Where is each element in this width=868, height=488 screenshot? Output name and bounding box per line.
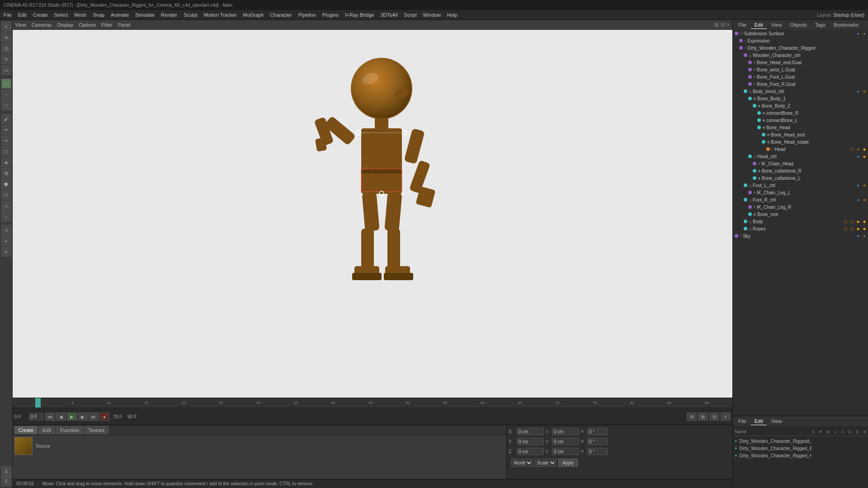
- tool-weld[interactable]: ⬟: [1, 179, 11, 189]
- menu-pipeline[interactable]: Pipeline: [298, 12, 316, 18]
- obj-bone-head-end[interactable]: ◈ Bone_Head_end: [733, 131, 868, 138]
- tool-brush[interactable]: 🖌: [1, 114, 11, 124]
- menu-select[interactable]: Select: [54, 12, 68, 18]
- obj-expression[interactable]: ○ Expression: [733, 37, 868, 44]
- tool-move[interactable]: ✛: [1, 33, 11, 42]
- tool-select[interactable]: ▭: [1, 65, 11, 75]
- menu-script[interactable]: Script: [404, 12, 417, 18]
- coord-y-size[interactable]: [552, 438, 579, 445]
- coord-x-rot[interactable]: [587, 428, 608, 435]
- obj-body-bend-ctrl[interactable]: △ Body_bend_ctrl ● ⊘: [733, 88, 868, 95]
- right-tab-bookmarks[interactable]: Bookmarks: [830, 21, 862, 28]
- menu-render[interactable]: Render: [161, 12, 177, 18]
- attr-row-0[interactable]: ● Dirty_Wooden_Character_Riggedd_Geometr…: [735, 437, 866, 445]
- tool-loop[interactable]: ○: [1, 211, 11, 221]
- next-frame-btn[interactable]: ▶: [78, 413, 88, 421]
- coord-x-pos[interactable]: [517, 428, 544, 435]
- obj-vis-icon[interactable]: ●: [855, 183, 861, 188]
- coord-z-rot[interactable]: [587, 448, 608, 455]
- obj-sky[interactable]: ○ Sky ● ●: [733, 232, 868, 239]
- obj-tag-icon[interactable]: ⊘: [862, 183, 867, 188]
- menu-window[interactable]: Window: [423, 12, 441, 18]
- viewport-tab-view[interactable]: View: [15, 22, 26, 28]
- right-bottom-tab-edit[interactable]: Edit: [751, 418, 767, 425]
- viewport-tab-display[interactable]: Display: [57, 22, 73, 28]
- tool-hair[interactable]: ≡: [1, 247, 11, 257]
- obj-bone-head-rotate[interactable]: ◈ Bone_Head_rotate: [733, 138, 868, 145]
- timeline-btn-2[interactable]: ⊞: [698, 413, 708, 421]
- tool-magnet[interactable]: ⊙: [1, 225, 11, 235]
- obj-body-mesh[interactable]: △ Body ⬡ ⬡ ◆ ◆: [733, 218, 868, 225]
- obj-tag-1[interactable]: ⬡: [843, 226, 848, 231]
- obj-bone-body-2[interactable]: ◈ Bone_Body_2: [733, 102, 868, 109]
- play-btn[interactable]: ▶: [67, 413, 77, 421]
- goto-start-btn[interactable]: ⏮: [45, 413, 55, 421]
- right-tab-edit[interactable]: Edit: [751, 21, 767, 29]
- menu-motion-tracker[interactable]: Motion Tracker: [204, 12, 237, 18]
- attr-row-2[interactable]: ● Dirty_Wooden_Character_Rigged_Helpers: [735, 452, 866, 459]
- attr-row-1[interactable]: ● Dirty_Wooden_Character_Rigged_Bones: [735, 445, 866, 452]
- obj-ik-leg-l[interactable]: ⋄ IK_Chain_Leg_L: [733, 189, 868, 196]
- obj-bone-foot-l-goal[interactable]: ⋄ Bone_Foot_L.Goal: [733, 73, 868, 80]
- prev-frame-btn[interactable]: ◀: [56, 413, 66, 421]
- obj-collarbone-l[interactable]: ◈ Bone_collarbone_L: [733, 174, 868, 182]
- tool-bevel[interactable]: ◈: [1, 157, 11, 167]
- tool-knife[interactable]: ✂: [1, 136, 11, 145]
- obj-tag-2[interactable]: ⬡: [849, 219, 854, 224]
- obj-vis-icon[interactable]: ●: [855, 197, 861, 202]
- obj-tag-3[interactable]: ◆: [855, 226, 861, 231]
- menu-mograph[interactable]: MoGraph: [243, 12, 264, 18]
- obj-render-icon[interactable]: ●: [862, 233, 867, 239]
- tool-smooth[interactable]: ≈: [1, 236, 11, 246]
- frame-current-input[interactable]: [29, 413, 43, 420]
- menu-simulate[interactable]: Simulate: [135, 12, 155, 18]
- coord-space-select[interactable]: World: [511, 459, 533, 467]
- obj-vis-icon[interactable]: ●: [855, 154, 861, 159]
- obj-render-icon[interactable]: ●: [862, 31, 867, 36]
- viewport[interactable]: [13, 30, 732, 398]
- menu-vray[interactable]: V-Ray Bridge: [345, 12, 374, 18]
- obj-connectbone-l[interactable]: ◈ connectBone_L: [733, 117, 868, 124]
- tool-scale[interactable]: ⊡: [1, 43, 11, 53]
- obj-tag-icon[interactable]: ⊘: [862, 197, 867, 202]
- obj-bone-foot-r-goal[interactable]: ⋄ Bone_Foot_R.Goal: [733, 80, 868, 88]
- menu-snap[interactable]: Snap: [93, 12, 104, 18]
- right-tab-file[interactable]: File: [735, 21, 750, 28]
- tool-poly[interactable]: □: [1, 100, 11, 110]
- menu-file[interactable]: File: [4, 12, 12, 18]
- viewport-tab-cameras[interactable]: Cameras: [32, 22, 52, 28]
- right-tab-objects[interactable]: Objects: [786, 21, 810, 28]
- obj-bone-wrist-goal[interactable]: ⋄ Bone_wrist_L.Goal: [733, 66, 868, 73]
- menu-animate[interactable]: Animate: [111, 12, 129, 18]
- tool-extrude[interactable]: ⬡: [1, 146, 11, 156]
- coord-x-size[interactable]: [552, 428, 579, 435]
- bottom-tab-edit[interactable]: Edit: [38, 426, 55, 434]
- obj-vis-icon[interactable]: ●: [855, 31, 861, 36]
- obj-tag-3[interactable]: ◆: [862, 146, 867, 152]
- obj-bone-head[interactable]: ◈ Bone_Head: [733, 124, 868, 131]
- obj-foot-l-ctrl[interactable]: △ Foot_L_ctrl ● ⊘: [733, 182, 868, 189]
- obj-bone-head-goal[interactable]: ⋄ Bone_Head_end.Goal: [733, 59, 868, 66]
- obj-vis-icon[interactable]: ●: [855, 89, 861, 94]
- coord-y-rot[interactable]: [587, 438, 608, 445]
- tool-point[interactable]: •: [1, 79, 11, 89]
- obj-tag-3[interactable]: ◆: [855, 219, 861, 224]
- obj-char-rigged[interactable]: ○ Dirty_Wooden_Character_Rigged: [733, 44, 868, 52]
- menu-edit[interactable]: Edit: [18, 12, 27, 18]
- obj-tag-2[interactable]: ⬡: [849, 226, 854, 231]
- obj-bone-root[interactable]: ◈ Bone_root: [733, 211, 868, 218]
- tool-pen[interactable]: ✏: [1, 125, 11, 135]
- right-tab-tags[interactable]: Tags: [811, 21, 829, 28]
- tool-edge[interactable]: ─: [1, 89, 11, 99]
- obj-tag-2[interactable]: ⊙: [855, 146, 861, 152]
- right-bottom-tab-file[interactable]: File: [735, 418, 750, 425]
- obj-tag-4[interactable]: ◆: [862, 219, 867, 224]
- obj-tag-icon[interactable]: ⊘: [862, 89, 867, 94]
- coord-apply-button[interactable]: Apply: [558, 459, 578, 467]
- coord-y-pos[interactable]: [517, 438, 544, 445]
- bottom-tab-create[interactable]: Create: [14, 426, 38, 434]
- right-bottom-tab-view[interactable]: View: [768, 418, 786, 425]
- tool-collapse[interactable]: ◇: [1, 201, 11, 211]
- tool-snap-enable[interactable]: S: [1, 466, 11, 476]
- menu-help[interactable]: Help: [447, 12, 458, 18]
